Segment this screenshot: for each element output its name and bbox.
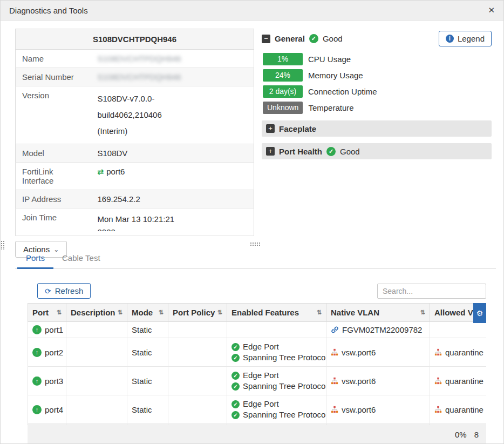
fortilink-icon: ⇄ (98, 167, 104, 176)
info-label: Model (16, 144, 91, 163)
general-stats: 1% CPU Usage 24% Memory Usage 2 day(s) C… (262, 53, 492, 114)
section-port-health-header[interactable]: + Port Health ✓ Good (262, 143, 492, 159)
info-row-fortilink: FortiLink Interface ⇄port6 (16, 163, 254, 190)
device-name-value: S108DVCHTPDQH946 (98, 54, 181, 63)
section-general-header[interactable]: − General ✓ Good i Legend (262, 29, 492, 53)
ports-toolbar: ⟳ Refresh (28, 283, 486, 299)
fortilink-chain-icon (331, 326, 339, 334)
info-row-model: Model S108DV (16, 144, 254, 163)
expand-icon[interactable]: + (266, 124, 275, 133)
expand-icon[interactable]: + (266, 147, 275, 156)
check-icon: ✓ (231, 354, 240, 362)
vlan-icon (434, 377, 442, 385)
sort-icon: ⇅ (420, 309, 425, 316)
info-icon: i (446, 35, 454, 43)
device-ip-value: 169.254.2.2 (91, 190, 254, 208)
stat-row-memory: 24% Memory Usage (263, 69, 492, 82)
table-row-port4[interactable]: ↑port4 Static ✓Edge Port ✓Spanning Tree … (28, 395, 487, 424)
status-badge: Good (340, 147, 360, 156)
vlan-icon (331, 406, 338, 413)
table-settings-gear-icon[interactable]: ⚙ (473, 303, 486, 323)
good-check-icon: ✓ (326, 147, 336, 156)
bottom-tabs: Ports Cable Test (15, 248, 496, 269)
device-info-table: S108DVCHTPDQH946 Name S108DVCHTPDQH946 S… (15, 29, 254, 236)
port-up-icon: ↑ (32, 405, 42, 414)
check-icon: ✓ (231, 411, 240, 419)
table-row-port2[interactable]: ↑port2 Static ✓Edge Port ✓Spanning Tree … (28, 338, 487, 367)
stat-row-uptime: 2 day(s) Connection Uptime (263, 85, 492, 98)
footer-count: 8 (474, 430, 479, 439)
refresh-button[interactable]: ⟳ Refresh (37, 283, 91, 299)
info-label: Version (16, 86, 91, 144)
ports-table-container: Port⇅ Description⇅ Mode⇅ Port Policy⇅ En… (28, 303, 486, 432)
table-footer: 0% 8 (28, 425, 486, 443)
sort-icon: ⇅ (317, 309, 322, 316)
info-row-version: Version S108DV-v7.0.0- build4062,210406 … (16, 86, 254, 144)
column-header-description[interactable]: Description⇅ (66, 304, 127, 322)
sort-icon: ⇅ (118, 309, 122, 316)
connection-uptime-badge: 2 day(s) (263, 85, 303, 98)
info-row-serial: Serial Number S108DVCHTPDQH946 (16, 68, 254, 86)
tab-cable-test[interactable]: Cable Test (53, 248, 109, 268)
fortilink-interface-value: ⇄port6 (91, 163, 254, 190)
info-label: IP Address (16, 190, 91, 208)
section-title: General (275, 34, 305, 43)
sort-icon: ⇅ (57, 309, 62, 316)
memory-usage-badge: 24% (263, 69, 303, 82)
info-row-name: Name S108DVCHTPDQH946 (16, 50, 254, 68)
search-input[interactable] (377, 284, 486, 299)
check-icon: ✓ (231, 372, 240, 380)
vlan-icon (434, 406, 442, 413)
ports-section: ⟳ Refresh Port⇅ Description⇅ Mode⇅ Port … (1, 269, 503, 432)
port-up-icon: ↑ (32, 325, 42, 334)
section-title: Port Health (279, 147, 322, 156)
horizontal-resize-handle[interactable] (250, 242, 261, 247)
top-area: S108DVCHTPDQH946 Name S108DVCHTPDQH946 S… (1, 21, 503, 240)
table-row-port3[interactable]: ↑port3 Static ✓Edge Port ✓Spanning Tree … (28, 367, 487, 395)
vlan-icon (331, 377, 338, 385)
diagnostics-modal: Diagnostics and Tools ✕ S108DVCHTPDQH946… (0, 0, 504, 444)
port-up-icon: ↑ (32, 348, 42, 357)
column-header-native-vlan[interactable]: Native VLAN⇅ (326, 304, 430, 322)
port-up-icon: ↑ (32, 376, 42, 386)
close-icon[interactable]: ✕ (488, 5, 495, 15)
legend-button[interactable]: i Legend (439, 31, 492, 46)
modal-title: Diagnostics and Tools (9, 6, 88, 15)
status-badge: Good (323, 34, 343, 43)
refresh-icon: ⟳ (45, 287, 51, 295)
vlan-icon (331, 348, 338, 356)
tab-ports[interactable]: Ports (17, 248, 53, 269)
modal-header: Diagnostics and Tools ✕ (1, 1, 503, 21)
collapse-icon[interactable]: − (262, 35, 270, 43)
table-row-port1[interactable]: ↑port1 Static FGVM02TM22009782 (28, 322, 487, 338)
info-label: Join Time (16, 208, 91, 236)
check-icon: ✓ (231, 400, 240, 408)
column-header-mode[interactable]: Mode⇅ (127, 304, 168, 322)
column-header-enabled-features[interactable]: Enabled Features⇅ (227, 304, 326, 322)
footer-percent: 0% (455, 430, 467, 439)
ports-table: Port⇅ Description⇅ Mode⇅ Port Policy⇅ En… (28, 303, 486, 432)
column-header-port-policy[interactable]: Port Policy⇅ (168, 304, 227, 322)
vlan-icon (434, 348, 442, 356)
panel-splitter (1, 240, 503, 248)
info-row-ip: IP Address 169.254.2.2 (16, 190, 254, 208)
check-icon: ✓ (231, 382, 240, 391)
vertical-resize-handle[interactable] (1, 240, 5, 250)
device-serial-value: S108DVCHTPDQH946 (98, 72, 181, 82)
section-title: Faceplate (279, 124, 316, 133)
device-version-value: S108DV-v7.0.0- build4062,210406 (Interim… (91, 86, 254, 144)
device-title: S108DVCHTPDQH946 (16, 29, 254, 50)
temperature-badge: Unknown (263, 102, 303, 114)
column-header-port[interactable]: Port⇅ (28, 304, 66, 322)
info-row-join-time: Join Time Mon Mar 13 10:21:21 2023 (16, 208, 254, 236)
cpu-usage-badge: 1% (263, 53, 303, 65)
device-info-panel: S108DVCHTPDQH946 Name S108DVCHTPDQH946 S… (15, 29, 254, 240)
section-faceplate-header[interactable]: + Faceplate (262, 120, 492, 137)
good-check-icon: ✓ (309, 34, 318, 43)
device-join-time-value: Mon Mar 13 10:21:21 2023 (91, 208, 254, 236)
table-header-row: Port⇅ Description⇅ Mode⇅ Port Policy⇅ En… (28, 304, 487, 322)
health-panel: − General ✓ Good i Legend 1% CPU Usage 2… (262, 29, 492, 240)
sort-icon: ⇅ (217, 309, 222, 316)
stat-row-temperature: Unknown Temperature (263, 102, 492, 114)
check-icon: ✓ (231, 343, 240, 351)
